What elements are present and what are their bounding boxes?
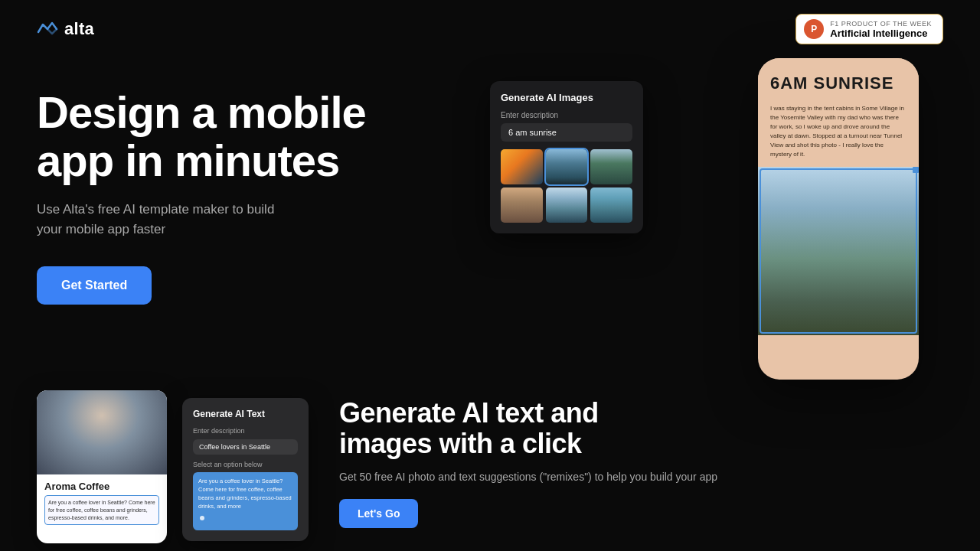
ai-images-popup-title: Generate AI Images [501, 92, 632, 103]
coffee-app-card: Aroma Coffee Are you a coffee lover in S… [37, 390, 167, 543]
select-option-label: Select an option below [193, 461, 298, 468]
ph-label: F1 PRODUCT OF THE WEEK [830, 20, 932, 28]
bottom-section: Aroma Coffee Are you a coffee lover in S… [0, 390, 980, 551]
coffee-img-overlay [37, 390, 167, 474]
text-result: Are you a coffee lover in Seattle? Come … [198, 478, 292, 511]
get-started-button[interactable]: Get Started [37, 266, 152, 305]
app-header: 6AM SUNRISE [758, 58, 919, 104]
right-cta-line2: images with a click [339, 428, 582, 459]
ai-text-input[interactable] [193, 439, 298, 455]
hero-section: Design a mobile app in minutes Use Alta'… [0, 58, 980, 305]
app-mock-image [758, 167, 919, 335]
thumb-forest[interactable] [590, 149, 632, 184]
ph-title: Artificial Intelligence [830, 28, 932, 39]
ai-text-popup: Generate AI Text Enter description Selec… [182, 398, 309, 541]
mobile-app-mock: 6AM SUNRISE I was staying in the tent ca… [758, 58, 919, 380]
app-mock-body: I was staying in the tent cabins in Some… [758, 104, 919, 167]
right-cta-line1: Generate AI text and [339, 397, 599, 429]
coffee-shop-name: Aroma Coffee [44, 481, 159, 492]
ai-text-popup-title: Generate AI Text [193, 409, 298, 419]
landscape-graphic [758, 167, 919, 335]
logo-area[interactable]: alta [37, 19, 94, 39]
ai-images-grid [501, 149, 632, 223]
right-cta-subtext: Get 50 free AI photo and text suggestion… [339, 469, 943, 485]
hero-headline: Design a mobile app in minutes [37, 89, 435, 184]
right-cta-headline: Generate AI text and images with a click [339, 398, 943, 458]
ai-images-input-label: Enter description [501, 111, 632, 119]
ai-text-input-label: Enter description [193, 427, 298, 435]
coffee-desc-text: Are you a coffee lover in Seattle? Come … [48, 499, 155, 521]
ai-images-input[interactable] [501, 123, 632, 142]
hero-headline-line2: app in minutes [37, 135, 339, 185]
producthunt-icon: P [804, 19, 824, 39]
hero-headline-line1: Design a mobile [37, 87, 366, 137]
thumb-canyon[interactable] [590, 187, 632, 223]
corner-handle-top-right[interactable] [913, 167, 919, 173]
text-result-box[interactable]: Are you a coffee lover in Seattle? Come … [193, 472, 298, 530]
ph-text-area: F1 PRODUCT OF THE WEEK Artificial Intell… [830, 20, 932, 39]
alta-logo-icon [37, 21, 58, 37]
product-hunt-badge[interactable]: P F1 PRODUCT OF THE WEEK Artificial Inte… [795, 14, 943, 44]
right-cta: Generate AI text and images with a click… [339, 390, 943, 528]
hero-subtext: Use Alta's free AI template maker to bui… [37, 200, 297, 239]
app-mock-title: 6AM SUNRISE [770, 73, 906, 93]
hero-left: Design a mobile app in minutes Use Alta'… [37, 73, 435, 305]
hero-right: Generate AI Images Enter description 6AM… [444, 43, 980, 425]
ai-images-popup: Generate AI Images Enter description [490, 81, 643, 233]
coffee-card-image [37, 390, 167, 474]
coffee-card-body: Aroma Coffee Are you a coffee lover in S… [37, 474, 167, 531]
thumb-mountain[interactable] [546, 149, 588, 184]
navbar: alta P F1 PRODUCT OF THE WEEK Artificial… [0, 0, 980, 58]
cursor-indicator [200, 516, 204, 520]
thumb-lake[interactable] [501, 187, 543, 223]
thumb-sunrise[interactable] [501, 149, 543, 184]
thumb-valley[interactable] [546, 187, 588, 223]
coffee-desc-box: Are you a coffee lover in Seattle? Come … [44, 495, 159, 525]
logo-text: alta [64, 19, 94, 39]
lets-go-button[interactable]: Let's Go [339, 499, 418, 528]
